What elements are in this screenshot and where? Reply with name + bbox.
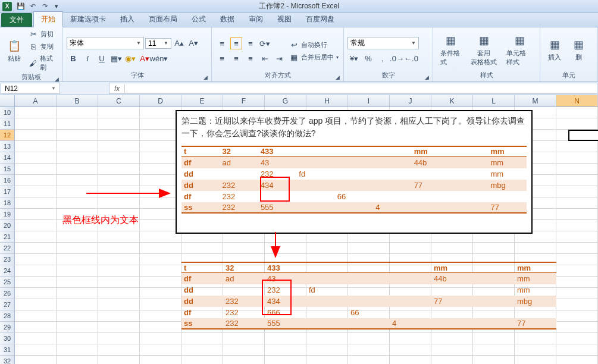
window-title: 工作簿2 - Microsoft Excel (259, 1, 339, 11)
conditional-fmt-button[interactable]: ▦条件格式 (437, 29, 465, 71)
save-icon[interactable]: 💾 (15, 1, 26, 12)
format-table-button[interactable]: ▦套用 表格格式 (467, 29, 500, 71)
align-center-icon[interactable]: ≡ (230, 52, 243, 65)
insert-cells-button[interactable]: ▦插入 (544, 29, 565, 71)
name-box[interactable]: N12▼ (1, 83, 60, 94)
qat-more-icon[interactable]: ▾ (51, 1, 62, 12)
row-header-22[interactable]: 22 (0, 243, 15, 254)
wrap-text-button[interactable]: ↩自动换行 (288, 39, 340, 50)
row-header-11[interactable]: 11 (0, 118, 15, 130)
cell-styles-button[interactable]: ▦单元格样式 (503, 29, 536, 71)
number-format-combo[interactable]: 常规▼ (347, 37, 419, 49)
border-button[interactable]: ▦▾ (109, 52, 123, 65)
fill-color-button[interactable]: ◉▾ (124, 52, 137, 65)
row-header-18[interactable]: 18 (0, 197, 15, 209)
font-size-combo[interactable]: 11▼ (145, 38, 171, 49)
row-header-10[interactable]: 10 (0, 107, 15, 118)
tab-newtab[interactable]: 新建选项卡 (63, 12, 113, 27)
launcher-icon[interactable]: ◢ (336, 74, 340, 80)
indent-dec-icon[interactable]: ⇤ (258, 52, 271, 65)
col-header-I[interactable]: I (348, 95, 390, 106)
copy-button[interactable]: ⎘复制 (27, 41, 59, 52)
row-header-16[interactable]: 16 (0, 175, 15, 186)
col-header-M[interactable]: M (515, 95, 556, 106)
row-header-27[interactable]: 27 (0, 299, 15, 310)
row-header-32[interactable]: 32 (0, 356, 15, 364)
col-header-E[interactable]: E (181, 95, 223, 106)
row-header-21[interactable]: 21 (0, 231, 15, 243)
font-name-combo[interactable]: 宋体▼ (67, 37, 144, 49)
col-header-F[interactable]: F (223, 95, 265, 106)
row-header-30[interactable]: 30 (0, 333, 15, 344)
undo-icon[interactable]: ↶ (27, 1, 38, 12)
excel-icon: X (2, 2, 12, 11)
launcher-icon[interactable]: ◢ (425, 74, 429, 80)
row-header-13[interactable]: 13 (0, 141, 15, 152)
percent-icon[interactable]: % (362, 52, 375, 65)
indent-inc-icon[interactable]: ⇥ (273, 52, 286, 65)
row-header-31[interactable]: 31 (0, 344, 15, 356)
col-header-K[interactable]: K (431, 95, 473, 106)
col-header-H[interactable]: H (306, 95, 348, 106)
dec-decimal-icon[interactable]: ←.0 (405, 52, 418, 65)
col-header-D[interactable]: D (140, 95, 181, 106)
formula-input[interactable] (125, 84, 597, 93)
align-right-icon[interactable]: ≡ (244, 52, 257, 65)
col-header-L[interactable]: L (473, 95, 515, 106)
tab-review[interactable]: 审阅 (242, 12, 270, 27)
align-bottom-icon[interactable]: ≡ (244, 37, 257, 50)
tab-home[interactable]: 开始 (33, 11, 63, 27)
tab-formulas[interactable]: 公式 (184, 12, 213, 27)
cells-area[interactable]: 第二题：近期以来停车收费开发了 app 项目，节约了资源，相应人工下岗了。领导让… (15, 107, 598, 364)
align-left-icon[interactable]: ≡ (215, 52, 228, 65)
row-header-17[interactable]: 17 (0, 186, 15, 197)
col-header-C[interactable]: C (98, 95, 140, 106)
row-header-12[interactable]: 12 (0, 130, 15, 141)
comma-icon[interactable]: , (376, 52, 389, 65)
cond-fmt-icon: ▦ (444, 33, 458, 48)
tab-view[interactable]: 视图 (270, 12, 299, 27)
grow-font-icon[interactable]: A▴ (173, 37, 186, 50)
col-header-A[interactable]: A (15, 95, 57, 106)
col-header-N[interactable]: N (556, 95, 598, 106)
merge-center-button[interactable]: ▦合并后居中▾ (288, 52, 340, 62)
row-header-14[interactable]: 14 (0, 152, 15, 164)
italic-button[interactable]: I (81, 52, 94, 65)
row-header-20[interactable]: 20 (0, 220, 15, 231)
row-header-29[interactable]: 29 (0, 322, 15, 333)
tab-baidu[interactable]: 百度网盘 (299, 12, 342, 27)
inc-decimal-icon[interactable]: .0→ (390, 52, 403, 65)
tab-file[interactable]: 文件 (1, 13, 32, 27)
group-alignment: ≡ ≡ ≡ ⟳▾ ≡ ≡ ≡ ⇤ ⇥ ↩自动换行 ▦合并后居中▾ 对齐方式◢ (212, 27, 344, 81)
bold-button[interactable]: B (67, 52, 80, 65)
row-header-15[interactable]: 15 (0, 164, 15, 175)
select-all-button[interactable] (0, 95, 15, 106)
tab-pagelayout[interactable]: 页面布局 (142, 12, 184, 27)
align-middle-icon[interactable]: ≡ (230, 37, 243, 50)
fx-icon[interactable]: fx (109, 84, 125, 93)
redo-icon[interactable]: ↷ (39, 1, 50, 12)
row-header-28[interactable]: 28 (0, 310, 15, 322)
launcher-icon[interactable]: ◢ (55, 76, 59, 82)
align-top-icon[interactable]: ≡ (215, 37, 228, 50)
shrink-font-icon[interactable]: A▾ (187, 37, 200, 50)
row-header-23[interactable]: 23 (0, 254, 15, 265)
col-header-J[interactable]: J (390, 95, 431, 106)
tab-data[interactable]: 数据 (213, 12, 242, 27)
row-header-24[interactable]: 24 (0, 265, 15, 277)
row-header-19[interactable]: 19 (0, 209, 15, 220)
row-header-26[interactable]: 26 (0, 288, 15, 299)
format-painter-button[interactable]: 🖌格式刷 (27, 54, 59, 73)
launcher-icon[interactable]: ◢ (203, 74, 208, 80)
row-header-25[interactable]: 25 (0, 277, 15, 288)
tab-insert[interactable]: 插入 (113, 12, 142, 27)
underline-button[interactable]: U (95, 52, 108, 65)
col-header-G[interactable]: G (265, 95, 306, 106)
currency-icon[interactable]: ¥▾ (347, 52, 361, 65)
phonetic-button[interactable]: wén▾ (152, 52, 165, 65)
cut-button[interactable]: ✂剪切 (27, 29, 59, 39)
paste-button[interactable]: 📋 粘贴 (4, 29, 25, 73)
col-header-B[interactable]: B (57, 95, 98, 106)
delete-cells-button[interactable]: ▦删 (568, 29, 589, 71)
orientation-icon[interactable]: ⟳▾ (258, 37, 271, 50)
